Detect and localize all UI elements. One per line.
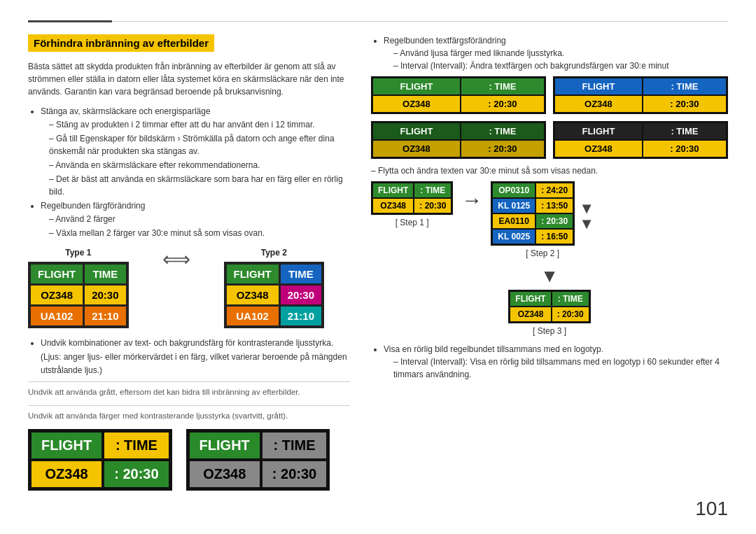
t2-2110: 21:10: [281, 307, 321, 325]
avoid-line-2: Undvik att använda färger med kontraster…: [28, 410, 350, 422]
bp2-colon-2030: : 20:30: [262, 461, 326, 487]
avoid-line-1: Undvik att använda grått, eftersom det k…: [28, 386, 350, 398]
color-variant-1: FLIGHT : TIME OZ348 : 20:30: [371, 76, 546, 114]
bullet-list: Stänga av, skärmsläckare och energisparl…: [41, 105, 350, 239]
cv1-time: : TIME: [461, 78, 544, 94]
s1-flight: FLIGHT: [373, 183, 413, 197]
bp2-oz348: OZ348: [190, 461, 260, 487]
divider-1: [28, 381, 350, 382]
page: Förhindra inbränning av efterbilder Bäst…: [0, 0, 756, 534]
cv3-time: : TIME: [461, 123, 544, 139]
bp2-flight: FLIGHT: [190, 433, 260, 458]
top-rule: [28, 21, 728, 22]
bp1-colon-2030: : 20:30: [104, 461, 168, 487]
bottom-panel-1: FLIGHT : TIME OZ348 : 20:30: [28, 429, 172, 491]
sub-list-2: Använd 2 färger Växla mellan 2 färger va…: [49, 213, 350, 239]
s2-kl0125: KL 0125: [493, 199, 535, 213]
s1-2030: : 20:30: [414, 199, 451, 213]
color-variant-2: FLIGHT : TIME OZ348 : 20:30: [553, 76, 728, 114]
s1-time: : TIME: [414, 183, 451, 197]
right-bullet-main: Regelbunden textfärgsförändring Använd l…: [384, 34, 728, 72]
section-title: Förhindra inbränning av efterbilder: [28, 34, 214, 52]
cv4-flight: FLIGHT: [555, 123, 642, 139]
top-rule-accent: [28, 20, 112, 22]
bullet-item-1: Stänga av, skärmsläckare och energisparl…: [41, 105, 350, 198]
bullet-item-2: Regelbunden färgförändring Använd 2 färg…: [41, 199, 350, 239]
step1-label: [ Step 1 ]: [396, 218, 429, 227]
right-column: Regelbunden textfärgsförändring Använd l…: [371, 34, 728, 520]
avoid-bullet-1: Undvik kombinationer av text- och bakgru…: [41, 337, 350, 377]
step3-label: [ Step 3 ]: [533, 326, 566, 336]
t2-flight: FLIGHT: [227, 265, 279, 283]
cv2-time: : TIME: [643, 78, 726, 94]
right-bullet-list: Regelbunden textfärgsförändring Använd l…: [384, 34, 728, 72]
page-number: 101: [695, 498, 728, 520]
t2-oz348: OZ348: [227, 286, 279, 304]
type1-block: Type 1 FLIGHT TIME OZ348 20:30 UA102 21:…: [28, 248, 129, 328]
down-arrows: ▼ ▼: [579, 181, 594, 246]
bp1-oz348: OZ348: [31, 461, 102, 487]
cv2-2030: : 20:30: [643, 96, 726, 112]
step2-label: [ Step 2 ]: [526, 248, 559, 258]
type2-block: Type 2 FLIGHT TIME OZ348 20:30 UA102 21:…: [224, 248, 325, 328]
s2-kl0025: KL 0025: [493, 230, 535, 244]
step3-row: ▼ FLIGHT : TIME OZ348 : 20:30 [ Step 3 ]: [371, 265, 728, 336]
arrow-down-2: ▼: [579, 216, 594, 232]
t1-oz348: OZ348: [31, 286, 83, 304]
bottom-note-item: Visa en rörlig bild regelbundet tillsamm…: [384, 343, 728, 381]
cv4-oz348: OZ348: [555, 141, 642, 157]
s1-oz348: OZ348: [373, 199, 413, 213]
type2-label: Type 2: [261, 248, 287, 258]
cv1-2030: : 20:30: [461, 96, 544, 112]
step1-panel: FLIGHT : TIME OZ348 : 20:30: [371, 181, 453, 215]
right-sub-list: Använd ljusa färger med liknande ljussty…: [393, 47, 728, 72]
step2-panel: OP0310 : 24:20 KL 0125 : 13:50 EA0110 : …: [491, 181, 575, 246]
arrow-down-1: ▼: [579, 201, 594, 216]
color-variant-3: FLIGHT : TIME OZ348 : 20:30: [371, 121, 546, 159]
cv1-oz348: OZ348: [373, 96, 460, 112]
s2-2420: : 24:20: [536, 183, 573, 197]
bp1-flight: FLIGHT: [31, 433, 102, 458]
steps-row: FLIGHT : TIME OZ348 : 20:30 [ Step 1 ] →…: [371, 181, 728, 258]
main-content: Förhindra inbränning av efterbilder Bäst…: [28, 34, 728, 520]
sub-list-1: Stäng av produkten i 2 timmar efter att …: [49, 118, 350, 198]
step2-block: OP0310 : 24:20 KL 0125 : 13:50 EA0110 : …: [491, 181, 594, 258]
t1-time: TIME: [85, 265, 125, 283]
s2-2030: : 20:30: [536, 214, 573, 228]
left-column: Förhindra inbränning av efterbilder Bäst…: [28, 34, 350, 520]
cv2-oz348: OZ348: [555, 96, 642, 112]
types-row: Type 1 FLIGHT TIME OZ348 20:30 UA102 21:…: [28, 248, 350, 328]
avoid-list: Undvik kombinationer av text- och bakgru…: [41, 337, 350, 377]
step3-panel: FLIGHT : TIME OZ348 : 20:30: [508, 290, 590, 323]
bp1-colon-time: : TIME: [104, 433, 168, 458]
s3-time: : TIME: [552, 292, 589, 306]
s2-ea0110: EA0110: [493, 214, 535, 228]
cv3-oz348: OZ348: [373, 141, 460, 157]
bottom-bullet: Visa en rörlig bild regelbundet tillsamm…: [384, 343, 728, 381]
t2-time: TIME: [281, 265, 321, 283]
bottom-panels: FLIGHT : TIME OZ348 : 20:30 FLIGHT : TIM…: [28, 429, 350, 491]
t2-ua102: UA102: [227, 307, 279, 325]
bottom-notes: Visa en rörlig bild regelbundet tillsamm…: [371, 343, 728, 381]
type2-panel: FLIGHT TIME OZ348 20:30 UA102 21:10: [224, 262, 325, 328]
s3-2030: : 20:30: [552, 307, 589, 321]
s2-op0310: OP0310: [493, 183, 535, 197]
s2-1350: : 13:50: [536, 199, 573, 213]
bp2-colon-time: : TIME: [262, 433, 326, 458]
t1-2030: 20:30: [85, 286, 125, 304]
cv3-flight: FLIGHT: [373, 123, 460, 139]
s3-oz348: OZ348: [510, 307, 550, 321]
step1-block: FLIGHT : TIME OZ348 : 20:30 [ Step 1 ]: [371, 181, 453, 227]
step2-content: OP0310 : 24:20 KL 0125 : 13:50 EA0110 : …: [491, 181, 594, 246]
t1-2110: 21:10: [85, 307, 125, 325]
cv4-time: : TIME: [643, 123, 726, 139]
cv4-2030: : 20:30: [643, 141, 726, 157]
bottom-sub: Interval (Intervall): Visa en rörlig bil…: [393, 356, 728, 381]
t1-ua102: UA102: [31, 307, 83, 325]
cv3-2030: : 20:30: [461, 141, 544, 157]
intro-text: Bästa sättet att skydda produkten från i…: [28, 60, 350, 98]
step3-arrow-down: ▼: [540, 265, 559, 287]
color-variant-4: FLIGHT : TIME OZ348 : 20:30: [553, 121, 728, 159]
bottom-panel-2: FLIGHT : TIME OZ348 : 20:30: [186, 429, 330, 491]
type1-panel: FLIGHT TIME OZ348 20:30 UA102 21:10: [28, 262, 129, 328]
